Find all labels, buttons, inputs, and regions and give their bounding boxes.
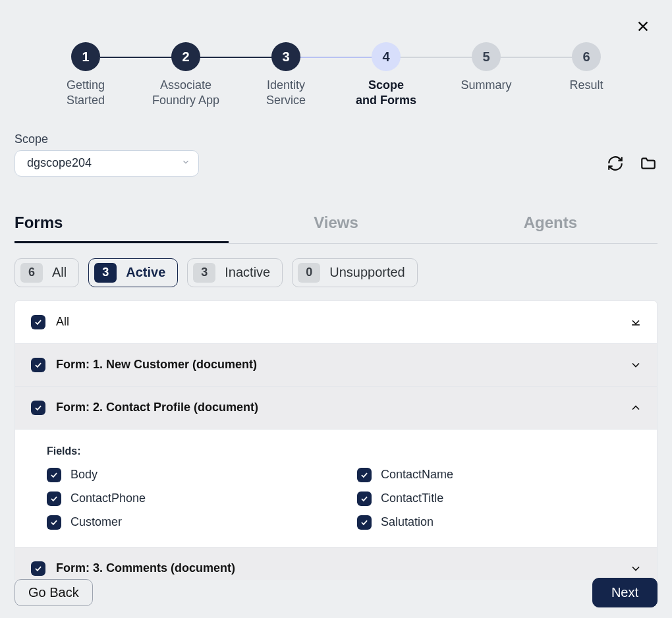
step-number: 5 (472, 42, 501, 71)
field-label: Salutation (381, 515, 434, 529)
expand-all-icon (629, 316, 642, 329)
filter-count: 0 (298, 263, 320, 283)
tab-views[interactable]: Views (229, 206, 443, 243)
field-item: ContactPhone (47, 492, 331, 506)
filter-label: Unsupported (329, 265, 405, 280)
step-number: 3 (271, 42, 300, 71)
row-label: All (56, 315, 617, 329)
tab-agents[interactable]: Agents (443, 206, 658, 243)
step-label: Summary (461, 78, 511, 93)
expand-all-toggle[interactable] (628, 314, 644, 330)
field-label: ContactPhone (70, 492, 146, 505)
row-label: Form: 1. New Customer (document) (56, 358, 617, 372)
step-1[interactable]: 1 Getting Started (36, 42, 136, 109)
step-label: Getting Started (67, 78, 105, 109)
expand-toggle[interactable] (628, 357, 644, 373)
checkbox[interactable] (31, 561, 45, 576)
checkbox[interactable] (31, 401, 45, 415)
step-label: Associate Foundry App (152, 78, 219, 109)
field-label: ContactName (381, 468, 453, 482)
chevron-up-icon (629, 401, 642, 414)
step-label: Result (569, 78, 603, 93)
field-label: ContactTitle (381, 492, 443, 505)
checkbox[interactable] (357, 468, 372, 482)
step-number: 4 (372, 42, 401, 71)
filter-count: 3 (94, 263, 117, 283)
checkbox[interactable] (47, 468, 61, 482)
step-number: 1 (71, 42, 100, 71)
checkbox[interactable] (31, 358, 45, 372)
folder-button[interactable] (639, 154, 658, 173)
filter-count: 6 (20, 263, 43, 283)
row-label: Form: 3. Comments (document) (56, 561, 617, 575)
checkbox[interactable] (47, 492, 61, 506)
field-label: Body (70, 468, 98, 482)
scope-selected-value: dgscope204 (27, 156, 92, 170)
checkbox-all[interactable] (31, 315, 45, 329)
wizard-footer: Go Back Next (14, 578, 658, 607)
row-label: Form: 2. Contact Profile (document) (56, 401, 617, 414)
scope-label: Scope (14, 132, 658, 146)
filter-active[interactable]: 3 Active (88, 258, 178, 287)
chevron-down-icon (629, 358, 642, 372)
fields-panel: Fields: Body ContactName ContactPhone Co… (15, 429, 657, 547)
step-2[interactable]: 2 Associate Foundry App (136, 42, 236, 109)
field-item: Customer (47, 515, 331, 530)
list-row-all[interactable]: All (15, 301, 657, 343)
field-item: Salutation (357, 515, 641, 530)
list-row-3[interactable]: Form: 3. Comments (document) (15, 547, 657, 580)
step-5[interactable]: 5 Summary (436, 42, 536, 93)
folder-icon (640, 155, 657, 172)
chevron-down-icon (629, 562, 642, 575)
expand-toggle[interactable] (628, 561, 644, 576)
go-back-button[interactable]: Go Back (14, 579, 93, 606)
filter-label: Active (126, 265, 165, 280)
checkbox[interactable] (47, 515, 61, 530)
list-row-1[interactable]: Form: 1. New Customer (document) (15, 343, 657, 386)
collapse-toggle[interactable] (628, 400, 644, 416)
forms-list: All Form: 1. New Customer (document) For… (14, 300, 658, 580)
field-item: ContactName (357, 468, 641, 482)
step-4[interactable]: 4 Scope and Forms (336, 42, 436, 109)
fields-title: Fields: (47, 445, 641, 457)
step-number: 2 (171, 42, 200, 71)
step-label: Identity Service (266, 78, 306, 109)
checkbox[interactable] (357, 515, 372, 530)
next-button[interactable]: Next (592, 578, 658, 607)
field-label: Customer (70, 515, 122, 529)
chevron-down-icon (181, 156, 190, 170)
filter-all[interactable]: 6 All (14, 258, 79, 287)
wizard-stepper: 1 Getting Started 2 Associate Foundry Ap… (0, 0, 672, 122)
filter-inactive[interactable]: 3 Inactive (187, 258, 283, 287)
checkbox[interactable] (357, 492, 372, 506)
scope-select[interactable]: dgscope204 (14, 150, 199, 177)
filter-count: 3 (193, 263, 215, 283)
field-item: ContactTitle (357, 492, 641, 506)
filter-label: All (52, 265, 67, 280)
list-row-2[interactable]: Form: 2. Contact Profile (document) (15, 386, 657, 429)
refresh-button[interactable] (606, 154, 625, 173)
filter-unsupported[interactable]: 0 Unsupported (292, 258, 418, 287)
content-tabs: Forms Views Agents (14, 206, 658, 244)
filter-label: Inactive (225, 265, 270, 280)
filter-chips: 6 All 3 Active 3 Inactive 0 Unsupported (14, 258, 658, 287)
step-6[interactable]: 6 Result (536, 42, 636, 93)
step-number: 6 (572, 42, 601, 71)
refresh-icon (607, 155, 624, 172)
main-content: Scope dgscope204 Forms Views Agents 6 Al… (0, 122, 672, 580)
field-item: Body (47, 468, 331, 482)
tab-forms[interactable]: Forms (14, 206, 229, 243)
step-3[interactable]: 3 Identity Service (236, 42, 336, 109)
step-label: Scope and Forms (356, 78, 416, 109)
